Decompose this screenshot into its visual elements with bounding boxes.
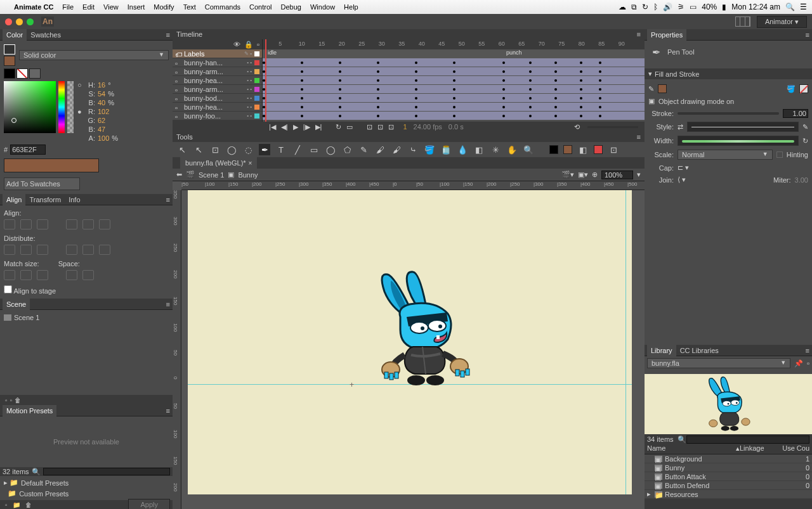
hand-tool-icon[interactable]: ✋	[506, 144, 518, 155]
miter-value[interactable]: 3.00	[795, 176, 808, 184]
workspace-switcher[interactable]: Animator ▾	[757, 16, 807, 28]
width-tool-icon[interactable]: ✳	[490, 144, 501, 155]
labels-track[interactable]: idle punch	[263, 49, 645, 58]
document-tab[interactable]: bunny.fla (WebGL)* ×	[180, 157, 257, 169]
paint-brush-icon[interactable]: 🖌	[391, 144, 402, 155]
style-swap-icon[interactable]: ⇄	[678, 123, 683, 131]
search-icon[interactable]: 🔍	[32, 468, 41, 476]
match-wh-icon[interactable]	[37, 270, 48, 280]
layer-row[interactable]: ▫bunny-hea...• •	[173, 103, 262, 112]
menu-debug[interactable]: Debug	[281, 3, 301, 11]
menu-view[interactable]: View	[103, 3, 119, 11]
match-h-icon[interactable]	[20, 270, 32, 280]
back-icon[interactable]: ⬅	[176, 171, 182, 179]
center-stage-icon[interactable]: ⊕	[592, 171, 598, 179]
bw-swap-icon[interactable]	[4, 68, 15, 79]
ink-bottle-icon[interactable]: 🫙	[440, 144, 452, 155]
bone-tool-icon[interactable]: ⤷	[407, 144, 419, 155]
panel-menu-icon[interactable]: ≡	[166, 300, 170, 308]
rect-tool-icon[interactable]: ▭	[308, 144, 320, 155]
fill-type-dropdown[interactable]: Solid color▼	[19, 50, 169, 60]
hinting-checkbox[interactable]	[776, 151, 783, 158]
oval-tool-icon[interactable]: ◯	[325, 144, 336, 155]
cc-libraries-tab[interactable]: CC Libraries	[676, 345, 723, 356]
library-item[interactable]: ▣Background1	[645, 454, 812, 463]
breadcrumb-symbol[interactable]: Bunny	[238, 171, 258, 179]
panel-menu-icon[interactable]: ≡	[166, 196, 170, 203]
hex-input[interactable]	[10, 145, 46, 155]
panel-menu-icon[interactable]: ≡	[637, 133, 641, 141]
space-v-icon[interactable]	[66, 270, 77, 280]
eraser-tool-icon[interactable]: ◧	[473, 144, 485, 155]
motion-presets-tab[interactable]: Motion Presets	[3, 405, 56, 416]
brush-tool-icon[interactable]: 🖌	[374, 144, 386, 155]
bw-default-icon[interactable]: ◧	[577, 144, 589, 155]
edit-multi-icon[interactable]: ⊡	[387, 123, 395, 131]
hue-slider[interactable]	[58, 81, 65, 133]
fill-color-swatch[interactable]	[563, 145, 572, 154]
menu-edit[interactable]: Edit	[82, 3, 95, 11]
align-vcenter-icon[interactable]	[82, 219, 94, 229]
align-tab[interactable]: Align	[3, 194, 25, 205]
timeline-zoom-icon[interactable]: ⟲	[573, 123, 581, 131]
library-item[interactable]: ▣Button Attack0	[645, 472, 812, 481]
swap-colors-icon[interactable]	[29, 68, 41, 79]
pin-icon[interactable]: 📌	[794, 359, 803, 368]
pen-tool-icon[interactable]: ✒	[259, 144, 270, 155]
menu-file[interactable]: File	[62, 3, 74, 11]
library-tab[interactable]: Library	[647, 345, 676, 356]
add-to-swatches-button[interactable]: Add To Swatches	[4, 177, 80, 190]
step-fwd-icon[interactable]: |▶	[302, 123, 311, 131]
frame-track[interactable]	[263, 94, 645, 103]
width-profile-dropdown[interactable]	[678, 136, 799, 146]
spotlight-icon[interactable]: 🔍	[785, 3, 795, 11]
pencil-tool-icon[interactable]: ✎	[358, 144, 369, 155]
stroke-swatch-icon[interactable]	[4, 44, 15, 55]
menu-icon[interactable]: ☰	[800, 3, 807, 11]
bucket-tool-icon[interactable]: 🪣	[424, 144, 435, 155]
frame-track[interactable]	[263, 103, 645, 112]
dist-bottom-icon[interactable]	[37, 245, 48, 255]
dist-top-icon[interactable]	[4, 245, 15, 255]
align-top-icon[interactable]	[66, 219, 77, 229]
zoom-tool-icon[interactable]: 🔍	[523, 144, 534, 155]
apply-button[interactable]: Apply	[128, 499, 170, 509]
layer-row[interactable]: ▫bunny-foo...• •	[173, 112, 262, 120]
alpha-slider[interactable]	[67, 81, 74, 133]
dist-right-icon[interactable]	[99, 245, 110, 255]
layout-icon[interactable]	[735, 16, 750, 27]
menu-modify[interactable]: Modify	[154, 3, 174, 11]
menu-window[interactable]: Window	[310, 3, 335, 11]
timeline-zoom-slider[interactable]	[587, 126, 638, 128]
width-reset-icon[interactable]: ↻	[802, 137, 808, 145]
col-name[interactable]: Name	[647, 444, 736, 454]
3d-rotate-icon[interactable]: ◌	[242, 144, 254, 155]
align-left-icon[interactable]	[4, 219, 15, 229]
playhead[interactable]	[265, 39, 266, 122]
panel-menu-icon[interactable]: ≡	[806, 31, 809, 39]
eyedropper-icon[interactable]: 💧	[457, 144, 468, 155]
space-h-icon[interactable]	[82, 270, 94, 280]
layer-row[interactable]: ▫bunny-han...• •	[173, 58, 262, 67]
align-bottom-icon[interactable]	[99, 219, 110, 229]
subselection-tool-icon[interactable]: ↖	[193, 144, 204, 155]
frame-track[interactable]	[263, 76, 645, 85]
cloud-icon[interactable]: ☁︎	[619, 3, 626, 11]
goto-first-icon[interactable]: |◀	[268, 123, 277, 131]
edit-symbol-icon[interactable]: ▣▾	[578, 171, 588, 179]
preset-folder[interactable]: ▸ 📁 Default Presets	[3, 477, 170, 488]
visibility-icon[interactable]: 👁	[233, 41, 240, 48]
guide-vertical[interactable]	[625, 190, 626, 494]
zoom-dropdown-icon[interactable]: ▾	[637, 171, 641, 179]
motion-search-input[interactable]	[43, 468, 170, 475]
dist-hcenter-icon[interactable]	[82, 245, 94, 255]
layer-row[interactable]: ▫bunny-arm...• •	[173, 85, 262, 94]
fill-swatch-icon[interactable]	[4, 56, 15, 66]
align-hcenter-icon[interactable]	[20, 219, 32, 229]
selection-tool-icon[interactable]: ↖	[176, 144, 188, 155]
lasso-tool-icon[interactable]: ◯	[226, 144, 237, 155]
new-folder-icon[interactable]: 📁	[13, 501, 20, 508]
goto-last-icon[interactable]: ▶|	[314, 123, 324, 131]
panel-menu-icon[interactable]: ≡	[637, 30, 641, 38]
stroke-color-swatch[interactable]	[549, 145, 558, 154]
